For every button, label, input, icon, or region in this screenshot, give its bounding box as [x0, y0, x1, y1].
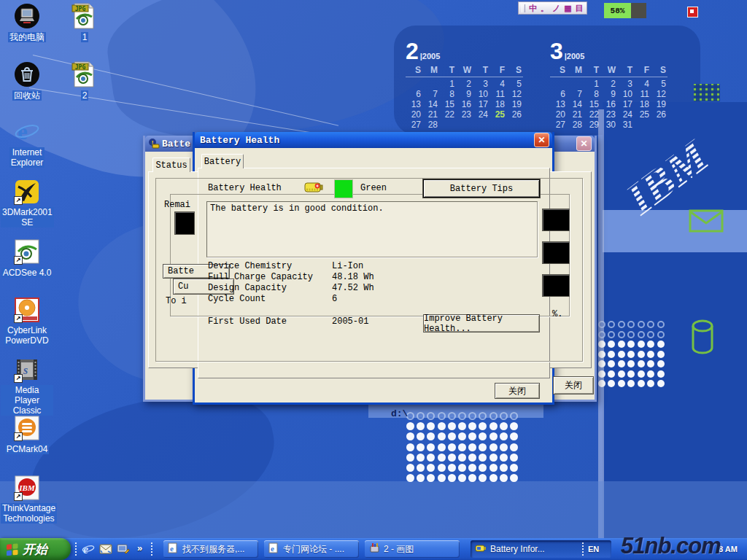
desktop-icon-pcmark04[interactable]: ↗PCMark04 — [1, 414, 53, 455]
ime-icon[interactable]: ▦ — [564, 4, 571, 12]
desktop-icon-3dmark2001-se[interactable]: ↗3DMark2001 SE — [1, 178, 53, 228]
calendar-day: 10 — [473, 89, 489, 99]
calendar-day: 20 — [550, 109, 567, 120]
wallpaper-dot — [647, 341, 654, 348]
desktop-icon-internet-explorer[interactable]: eInternet Explorer — [1, 118, 53, 168]
task-button-1[interactable]: e找不到服务器,... — [163, 540, 258, 558]
tray-clock[interactable]: 8 AM — [719, 545, 738, 553]
first-used-value: 2005-01 — [332, 316, 368, 327]
wallpaper-dot — [657, 321, 665, 328]
wallpaper-dot — [479, 474, 487, 482]
calendar-year: |2005 — [420, 52, 441, 61]
tray-red-icon[interactable] — [687, 7, 698, 18]
windows-flag-icon — [6, 542, 19, 556]
calendar-day: 16 — [600, 99, 617, 109]
desktop-icon-cyberlink-powerdvd[interactable]: ↗CyberLink PowerDVD — [1, 296, 53, 346]
wallpaper-dot — [638, 380, 645, 387]
close-icon[interactable]: ✕ — [534, 133, 549, 147]
detail-value: Li-Ion — [332, 261, 363, 271]
tray-battery-meter[interactable]: 58% — [604, 3, 646, 18]
calendar-day: 18 — [489, 99, 506, 109]
language-indicator[interactable]: EN — [588, 545, 599, 553]
task-button-3[interactable]: 2 - 画图 — [365, 540, 460, 558]
calendar-day-header: S — [550, 65, 567, 77]
ime-icon[interactable]: ノ — [552, 4, 560, 12]
battery-tips-button[interactable]: Battery Tips — [423, 179, 540, 198]
calendar-day: 15 — [584, 99, 600, 109]
calendar-day-header: F — [489, 65, 506, 77]
wallpaper-dot — [510, 454, 518, 462]
svg-text:JPG: JPG — [75, 6, 86, 12]
tray-grip — [581, 542, 584, 556]
wallpaper-dot — [417, 464, 425, 472]
quicklaunch-grip[interactable] — [74, 542, 77, 556]
calendar-day: 19 — [506, 99, 523, 109]
wallpaper-dot — [510, 422, 518, 430]
condition-textbox: The battery is in good condition. — [206, 201, 538, 257]
wallpaper-dot — [608, 321, 615, 328]
calendar-grid: SMTWTFS123456789101112131415161718192021… — [550, 65, 668, 130]
wallpaper-dot — [627, 341, 635, 348]
wallpaper-dot — [608, 351, 615, 358]
desktop-icon-acdsee[interactable]: ↗ACDSee 4.0 — [1, 238, 53, 279]
tab-status[interactable]: Status — [152, 158, 190, 172]
improve-battery-health-button[interactable]: Improve Battery Health... — [423, 314, 540, 332]
wallpaper-dot — [618, 360, 625, 368]
ime-icon[interactable]: 目 — [576, 4, 584, 12]
desktop-icon-jpg-1[interactable]: JPG1 — [67, 2, 102, 43]
desktop-icon-my-computer[interactable]: 我的电脑 — [1, 2, 53, 43]
calendar-day: 13 — [550, 99, 567, 109]
pcmark04-icon: ↗ — [14, 414, 40, 442]
desktop: IBM d:\ 2|2005SMTWTFS1234567891011121314… — [0, 0, 747, 560]
detail-value: 6 — [332, 294, 337, 304]
wallpaper-dot — [438, 464, 446, 472]
start-button[interactable]: 开始 — [0, 538, 71, 560]
ime-grip[interactable] — [522, 4, 525, 12]
calendar-day: 8 — [439, 89, 456, 99]
desktop-icon-label: 我的电脑 — [8, 32, 46, 42]
wallpaper-dot — [448, 412, 456, 420]
taskbar-grip[interactable] — [150, 542, 153, 556]
wallpaper-dot — [458, 432, 466, 440]
wallpaper-dot — [627, 331, 635, 338]
tab-battery[interactable]: Battery — [201, 154, 244, 168]
ibm-logo: IBM — [600, 117, 747, 241]
wallpaper-dot — [618, 341, 625, 348]
quicklaunch-ie-icon[interactable]: e — [80, 541, 96, 557]
wallpaper-dot — [427, 412, 435, 420]
wallpaper-dot — [479, 422, 487, 430]
wallpaper-dot — [438, 443, 446, 451]
ime-icon[interactable]: 中 — [529, 4, 537, 12]
ime-language-bar[interactable]: 中。ノ▦目 — [518, 1, 587, 15]
wallpaper-dot — [489, 422, 498, 430]
detail-label: Cycle Count — [208, 294, 266, 304]
calendar-day — [439, 120, 456, 130]
desktop-icon-media-player-classic[interactable]: s↗Media Player Classic — [1, 356, 53, 416]
wallpaper-dot — [638, 331, 645, 338]
calendar-day: 27 — [550, 120, 567, 130]
desktop-icon-thinkvantage[interactable]: IBM↗ThinkVantage Technologies — [1, 474, 53, 524]
battery-gauge — [542, 274, 570, 297]
calendar-day: 24 — [473, 109, 489, 120]
close-button[interactable]: 关闭 — [553, 376, 594, 394]
task-button-2[interactable]: e专门网论坛 - .... — [264, 540, 359, 558]
quicklaunch-mail-icon[interactable] — [98, 541, 114, 557]
wallpaper-dot — [598, 380, 605, 387]
acdsee-icon: ↗ — [14, 238, 40, 265]
calendar-day — [456, 120, 473, 130]
ime-icon[interactable]: 。 — [541, 4, 549, 12]
quicklaunch-overflow-chevron[interactable]: » — [137, 542, 142, 553]
desktop-icon-recycle-bin[interactable]: 回收站 — [1, 61, 53, 101]
wallpaper-dot — [489, 432, 498, 440]
calendar-day-header: W — [456, 65, 473, 77]
wallpaper-dot — [489, 412, 498, 420]
desktop-icon-jpg-2[interactable]: JPG2 — [67, 61, 102, 101]
titlebar[interactable]: Battery Health ✕ — [195, 132, 552, 148]
calendar-year: |2005 — [565, 52, 585, 61]
percent-text: %. — [552, 309, 562, 319]
close-icon[interactable]: ✕ — [576, 136, 592, 151]
quicklaunch-show-desktop-icon[interactable] — [115, 541, 131, 557]
calendar-day: 17 — [473, 99, 489, 109]
close-button[interactable]: 关闭 — [495, 383, 540, 399]
wallpaper-dot — [468, 422, 476, 430]
